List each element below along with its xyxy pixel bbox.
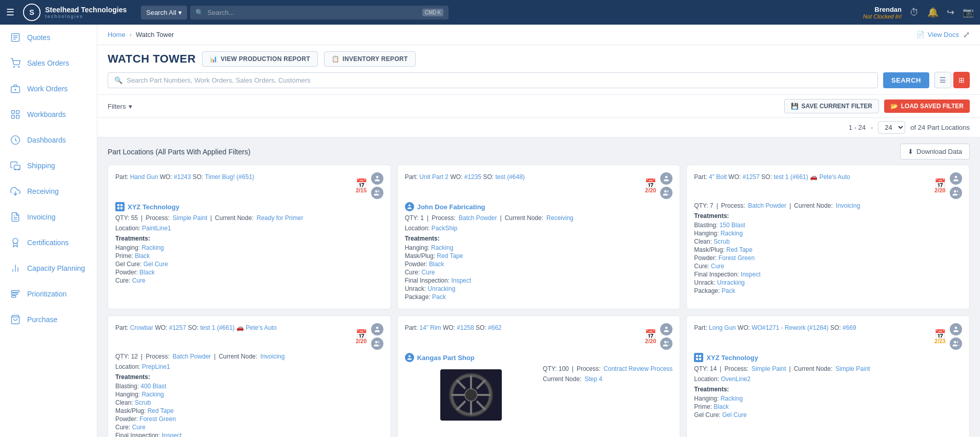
save-filter-button[interactable]: 💾 SAVE CURRENT FILTER <box>784 99 879 113</box>
sidebar-item-capacity-planning[interactable]: Capacity Planning <box>0 255 97 281</box>
part-name-link[interactable]: 4" Bolt <box>709 173 727 181</box>
wo-link[interactable]: #1257 <box>743 173 760 181</box>
sidebar-item-receiving[interactable]: Receiving <box>0 178 97 204</box>
so-link[interactable]: #669 <box>843 324 856 331</box>
part-name-link[interactable]: Unit Part 2 <box>419 173 448 181</box>
treatment-link[interactable]: Inspect <box>741 271 761 278</box>
grid-view-button[interactable]: ⊞ <box>953 72 970 88</box>
company-name-link[interactable]: XYZ Technology <box>128 203 179 211</box>
avatar-group[interactable] <box>660 187 672 199</box>
global-search-input[interactable] <box>208 9 418 16</box>
filters-button[interactable]: Filters ▾ <box>108 103 132 110</box>
avatar-assign[interactable] <box>950 172 962 185</box>
company-top-link[interactable]: Pete's Auto <box>819 173 850 181</box>
company-name-link[interactable]: XYZ Technology <box>706 354 758 362</box>
treatment-link[interactable]: Pack <box>432 293 446 301</box>
treatment-link[interactable]: Racking <box>431 244 453 251</box>
wo-link[interactable]: #1235 <box>464 173 481 181</box>
treatment-link[interactable]: Pack <box>722 287 736 294</box>
logout-icon[interactable]: ↪ <box>947 7 954 18</box>
sidebar-item-shipping[interactable]: Shipping <box>0 153 97 178</box>
treatment-link[interactable]: Black <box>135 252 150 260</box>
part-name-link[interactable]: Long Gun <box>709 324 736 331</box>
sidebar-item-sales-orders[interactable]: Sales Orders <box>0 50 97 76</box>
hamburger-menu[interactable]: ☰ <box>6 7 14 18</box>
sidebar-item-workboards[interactable]: Workboards <box>0 102 97 127</box>
treatment-link[interactable]: Gel Cure <box>144 261 168 268</box>
load-filter-button[interactable]: 📂 LOAD SAVED FILTER <box>884 100 970 113</box>
company-top-link[interactable]: Pete's Auto <box>246 324 277 331</box>
treatment-link[interactable]: Forest Green <box>719 254 755 262</box>
node-link[interactable]: Invoicing <box>260 353 284 360</box>
treatment-link[interactable]: Red Tape <box>148 407 174 414</box>
search-type-dropdown[interactable]: Search All ▾ <box>141 6 187 19</box>
process-link[interactable]: Simple Paint <box>173 214 207 222</box>
avatar-assign[interactable] <box>371 323 383 335</box>
treatment-link[interactable]: Scrub <box>713 238 729 245</box>
company-name-link[interactable]: Kangas Part Shop <box>417 354 475 362</box>
avatar-assign[interactable] <box>660 323 672 335</box>
process-link[interactable]: Simple Paint <box>751 365 786 372</box>
avatar-assign[interactable] <box>371 172 383 185</box>
breadcrumb-home[interactable]: Home <box>108 31 126 38</box>
process-link[interactable]: Batch Powder <box>459 214 497 222</box>
treatment-link[interactable]: Unracking <box>717 279 745 286</box>
treatment-link[interactable]: Gel Cure <box>722 411 747 419</box>
so-link[interactable]: test 1 (#661) <box>200 324 234 331</box>
so-link[interactable]: Timer Bug! (#651) <box>205 173 254 181</box>
search-button[interactable]: SEARCH <box>883 72 929 88</box>
treatment-link[interactable]: Black <box>713 403 728 410</box>
treatment-link[interactable]: Cure <box>421 269 435 276</box>
avatar-group[interactable] <box>950 187 962 199</box>
sidebar-item-work-orders[interactable]: Work Orders <box>0 76 97 102</box>
sidebar-item-certifications[interactable]: Certifications <box>0 230 97 255</box>
watch-tower-search-input[interactable] <box>127 76 871 84</box>
process-link[interactable]: Batch Powder <box>173 353 211 360</box>
node-link[interactable]: Ready for Primer <box>257 214 303 222</box>
sidebar-item-prioritization[interactable]: Prioritization <box>0 281 97 307</box>
treatment-link[interactable]: Cure <box>132 424 146 431</box>
process-link[interactable]: Batch Powder <box>748 202 787 209</box>
treatment-link[interactable]: Black <box>139 269 154 276</box>
view-production-report-button[interactable]: 📊 VIEW PRODUCTION REPORT <box>202 51 318 67</box>
treatment-link[interactable]: Forest Green <box>139 415 176 423</box>
node-link[interactable]: Step 4 <box>584 375 602 383</box>
expand-button[interactable]: ⤢ <box>963 30 970 39</box>
inventory-report-button[interactable]: 📋 INVENTORY REPORT <box>324 51 416 67</box>
treatment-link[interactable]: 400 Blast <box>140 383 166 390</box>
avatar-assign[interactable] <box>660 172 672 185</box>
part-name-link[interactable]: Crowbar <box>130 324 153 331</box>
part-name-link[interactable]: 14" Rim <box>419 324 441 331</box>
treatment-link[interactable]: Inspect <box>451 277 471 284</box>
treatment-link[interactable]: Scrub <box>135 399 151 406</box>
view-docs-button[interactable]: 📄 View Docs <box>916 31 959 38</box>
location-link[interactable]: PackShip <box>432 225 458 232</box>
avatar-group[interactable] <box>371 337 383 350</box>
treatment-link[interactable]: Red Tape <box>437 252 463 260</box>
node-link[interactable]: Receiving <box>546 214 574 222</box>
wo-link[interactable]: #1258 <box>457 324 474 331</box>
treatment-link[interactable]: Red Tape <box>726 246 752 253</box>
so-link[interactable]: #662 <box>488 324 502 331</box>
wo-link[interactable]: WO#1271 - Rework (#1284) <box>751 324 828 331</box>
avatar-assign[interactable] <box>950 323 962 335</box>
so-link[interactable]: test (#648) <box>495 173 524 181</box>
wo-link[interactable]: #1243 <box>174 173 191 181</box>
treatment-link[interactable]: Racking <box>141 244 164 251</box>
sidebar-item-dashboards[interactable]: Dashboards <box>0 127 97 153</box>
part-name-link[interactable]: Hand Gun <box>130 173 158 181</box>
node-link[interactable]: Simple Paint <box>835 365 870 372</box>
location-link[interactable]: PaintLine1 <box>142 225 171 232</box>
company-name-link[interactable]: John Doe Fabricating <box>417 203 485 211</box>
sidebar-item-purchase[interactable]: Purchase <box>0 307 97 332</box>
treatment-link[interactable]: Racking <box>721 230 743 237</box>
treatment-link[interactable]: Racking <box>141 391 164 398</box>
sidebar-item-invoicing[interactable]: Invoicing <box>0 204 97 230</box>
camera-icon[interactable]: 📷 <box>963 7 974 18</box>
location-link[interactable]: PrepLine1 <box>142 363 170 370</box>
wo-link[interactable]: #1257 <box>169 324 186 331</box>
clock-icon[interactable]: ⏱ <box>910 7 919 18</box>
treatment-link[interactable]: Black <box>429 261 444 268</box>
location-link[interactable]: OvenLine2 <box>721 375 750 383</box>
list-view-button[interactable]: ☰ <box>934 72 951 88</box>
